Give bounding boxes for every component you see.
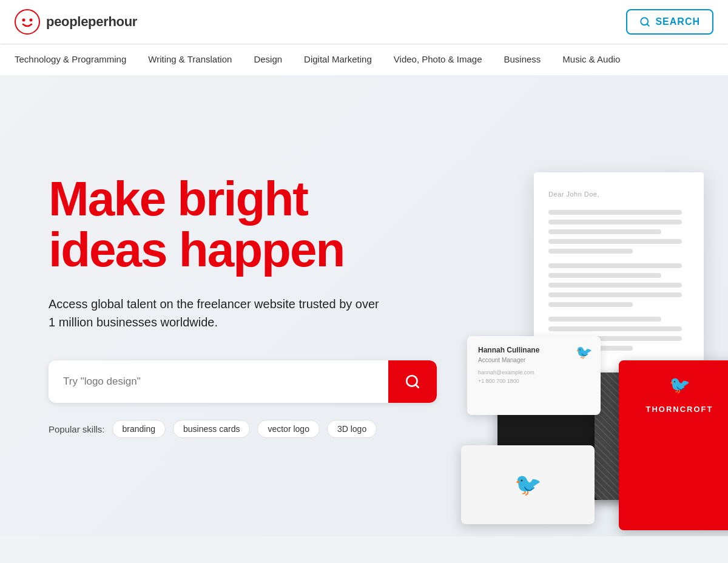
logo-icon bbox=[15, 9, 40, 35]
svg-line-7 bbox=[416, 385, 419, 388]
hannah-title: Account Manager bbox=[478, 357, 590, 363]
logo-text: peopleperhour bbox=[46, 14, 137, 30]
hero-section: Make bright ideas happen Access global t… bbox=[0, 75, 728, 536]
hero-content: Make bright ideas happen Access global t… bbox=[0, 125, 437, 487]
bird-icon-red: 🐦 bbox=[669, 375, 690, 395]
skill-tag-branding[interactable]: branding bbox=[112, 420, 166, 438]
nav-item-video[interactable]: Video, Photo & Image bbox=[383, 44, 493, 76]
nav-item-marketing[interactable]: Digital Marketing bbox=[293, 44, 383, 76]
nav-item-music[interactable]: Music & Audio bbox=[551, 44, 631, 76]
hannah-card: 🐦 Hannah Cullinane Account Manager hanna… bbox=[467, 336, 601, 415]
search-input[interactable] bbox=[49, 362, 388, 401]
header-search-button[interactable]: SEARCH bbox=[626, 9, 713, 35]
hero-headline: Make bright ideas happen bbox=[49, 174, 388, 275]
header: peopleperhour SEARCH bbox=[0, 0, 728, 44]
hero-subtext: Access global talent on the freelancer w… bbox=[49, 295, 388, 331]
hannah-contact: hannah@example.com +1 800 700 1800 bbox=[478, 368, 590, 386]
bird-icon-light: 🐦 bbox=[576, 345, 592, 360]
skill-tag-3d-logo[interactable]: 3D logo bbox=[327, 420, 377, 438]
hero-image: Dear John Doe, bbox=[437, 99, 728, 536]
search-submit-button[interactable] bbox=[388, 360, 437, 403]
hannah-name: Hannah Cullinane bbox=[478, 346, 590, 354]
nav-item-design[interactable]: Design bbox=[243, 44, 293, 76]
svg-point-1 bbox=[18, 12, 37, 32]
svg-line-5 bbox=[647, 24, 649, 25]
navigation: Technology & Programming Writing & Trans… bbox=[0, 44, 728, 75]
skill-tag-vector-logo[interactable]: vector logo bbox=[257, 420, 319, 438]
popular-label: Popular skills: bbox=[49, 424, 105, 434]
card-stack: Dear John Doe, bbox=[461, 172, 728, 536]
search-icon bbox=[639, 16, 650, 27]
svg-point-3 bbox=[30, 19, 33, 22]
nav-item-writing[interactable]: Writing & Translation bbox=[137, 44, 243, 76]
skill-tag-business-cards[interactable]: business cards bbox=[173, 420, 250, 438]
search-submit-icon bbox=[405, 374, 420, 389]
nav-item-business[interactable]: Business bbox=[493, 44, 551, 76]
white-business-card: 🐦 bbox=[461, 445, 595, 524]
brand-name: THORNCROFT bbox=[646, 405, 713, 414]
red-business-card: 🐦 THORNCROFT bbox=[619, 360, 728, 530]
search-bar bbox=[49, 360, 437, 403]
popular-skills: Popular skills: branding business cards … bbox=[49, 420, 388, 438]
bird-icon-white: 🐦 bbox=[514, 472, 542, 497]
svg-point-2 bbox=[22, 19, 25, 22]
nav-item-tech[interactable]: Technology & Programming bbox=[15, 44, 137, 76]
logo[interactable]: peopleperhour bbox=[15, 9, 137, 35]
